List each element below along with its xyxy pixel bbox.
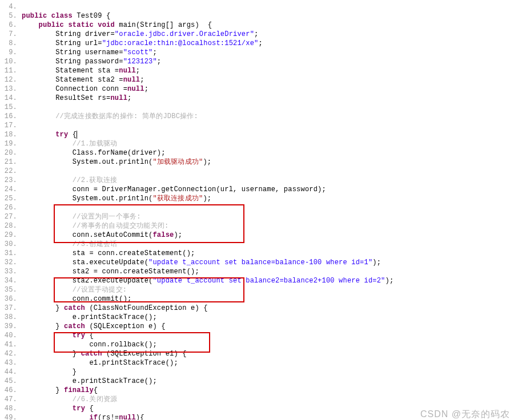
code-content: //设置手动提交: [22, 285, 518, 294]
code-line: 21. System.out.println("加载驱动成功"); [0, 158, 518, 167]
gutter-line-number: 29. [0, 231, 22, 240]
gutter-line-number: 13. [0, 84, 22, 94]
code-content: } [22, 368, 518, 377]
code-line: 28. //将事务的自动提交功能关闭: [0, 221, 518, 231]
code-line: 37. } catch (ClassNotFoundException e) { [0, 304, 518, 313]
gutter-line-number: 35. [0, 285, 22, 294]
gutter-line-number: 43. [0, 358, 22, 368]
code-line: 11. Statement sta =null; [0, 66, 518, 75]
gutter-line-number: 49. [0, 413, 22, 420]
code-line: 17. [0, 121, 518, 130]
code-content: //2.获取连接 [22, 176, 518, 185]
code-content: conn = DriverManager.getConnection(url, … [22, 185, 518, 194]
code-line: 39. } catch (SQLException e) { [0, 322, 518, 331]
code-line: 13. Connection conn =null; [0, 84, 518, 94]
gutter-line-number: 25. [0, 194, 22, 203]
gutter-line-number: 38. [0, 313, 22, 322]
code-line: 5.public class Test09 { [0, 11, 518, 21]
code-content: sta2 = conn.createStatement(); [22, 267, 518, 276]
code-line: 8. String url="jdbc:oracle:thin:@localho… [0, 39, 518, 48]
code-line: 40. try { [0, 331, 518, 340]
code-content: sta.executeUpdate("update t_account set … [22, 258, 518, 267]
gutter-line-number: 10. [0, 57, 22, 66]
gutter-line-number: 39. [0, 322, 22, 331]
code-line: 33. sta2 = conn.createStatement(); [0, 267, 518, 276]
gutter-line-number: 36. [0, 294, 22, 304]
code-content: } catch (SQLException e1) { [22, 349, 518, 358]
code-line: 14. ResultSet rs=null; [0, 94, 518, 103]
code-content: public static void main(String[] args) { [22, 21, 518, 30]
code-line: 25. System.out.println("获取连接成功"); [0, 194, 518, 203]
code-line: 32. sta.executeUpdate("update t_account … [0, 258, 518, 267]
gutter-line-number: 6. [0, 21, 22, 30]
gutter-line-number: 14. [0, 94, 22, 103]
gutter-line-number: 48. [0, 404, 22, 413]
code-line: 10. String password="123123"; [0, 57, 518, 66]
code-content: e.printStackTrace(); [22, 313, 518, 322]
code-content: ResultSet rs=null; [22, 94, 518, 103]
code-line: 15. [0, 103, 518, 112]
gutter-line-number: 31. [0, 249, 22, 258]
code-line: 36. conn.commit(); [0, 294, 518, 304]
code-line: 38. e.printStackTrace(); [0, 313, 518, 322]
gutter-line-number: 15. [0, 103, 22, 112]
gutter-line-number: 4. [0, 2, 22, 11]
code-content: } finally{ [22, 386, 518, 395]
gutter-line-number: 22. [0, 167, 22, 176]
code-line: 48. try { [0, 404, 518, 413]
code-content: public class Test09 { [22, 11, 518, 21]
code-line: 35. //设置手动提交: [0, 285, 518, 294]
code-content: //将事务的自动提交功能关闭: [22, 221, 518, 231]
code-line: 41. conn.rollback(); [0, 340, 518, 349]
code-line: 49. if(rs!=null){ [0, 413, 518, 420]
code-content: Statement sta =null; [22, 66, 518, 75]
gutter-line-number: 12. [0, 75, 22, 84]
code-line: 6. public static void main(String[] args… [0, 21, 518, 30]
code-line: 47. //6.关闭资源 [0, 395, 518, 404]
gutter-line-number: 7. [0, 30, 22, 39]
code-line: 45. e.printStackTrace(); [0, 377, 518, 386]
gutter-line-number: 47. [0, 395, 22, 404]
code-content: if(rs!=null){ [22, 413, 518, 420]
gutter-line-number: 18. [0, 130, 22, 139]
code-line: 19. //1.加载驱动 [0, 139, 518, 148]
code-content: conn.setAutoCommit(false); [22, 231, 518, 240]
gutter-line-number: 45. [0, 377, 22, 386]
code-line: 22. [0, 167, 518, 176]
gutter-line-number: 26. [0, 203, 22, 212]
gutter-line-number: 19. [0, 139, 22, 148]
code-line: 29. conn.setAutoCommit(false); [0, 231, 518, 240]
gutter-line-number: 32. [0, 258, 22, 267]
code-line: 34. sta2.executeUpdate("update t_account… [0, 276, 518, 285]
code-line: 31. sta = conn.createStatement(); [0, 249, 518, 258]
code-content: e1.printStackTrace(); [22, 358, 518, 368]
code-content: } catch (ClassNotFoundException e) { [22, 304, 518, 313]
gutter-line-number: 23. [0, 176, 22, 185]
code-content: sta = conn.createStatement(); [22, 249, 518, 258]
code-line: 24. conn = DriverManager.getConnection(u… [0, 185, 518, 194]
gutter-line-number: 34. [0, 276, 22, 285]
code-line: 30. //3.创建会话 [0, 240, 518, 249]
code-content: Connection conn =null; [22, 84, 518, 94]
code-content: String username="scott"; [22, 48, 518, 57]
code-content: System.out.println("加载驱动成功"); [22, 158, 518, 167]
code-line: 4. [0, 2, 518, 11]
code-content: conn.rollback(); [22, 340, 518, 349]
code-content: conn.commit(); [22, 294, 518, 304]
code-line: 27. //设置为同一个事务: [0, 212, 518, 221]
code-content: String driver="oracle.jdbc.driver.Oracle… [22, 30, 518, 39]
code-content: try { [22, 130, 518, 139]
code-content: //完成连接数据库的操作: 简单的JDBC操作: [22, 112, 518, 121]
gutter-line-number: 5. [0, 11, 22, 21]
code-line: 9. String username="scott"; [0, 48, 518, 57]
gutter-line-number: 27. [0, 212, 22, 221]
gutter-line-number: 8. [0, 39, 22, 48]
code-content: } catch (SQLException e) { [22, 322, 518, 331]
code-content: try { [22, 404, 518, 413]
gutter-line-number: 44. [0, 368, 22, 377]
gutter-line-number: 11. [0, 66, 22, 75]
gutter-line-number: 41. [0, 340, 22, 349]
gutter-line-number: 24. [0, 185, 22, 194]
gutter-line-number: 16. [0, 112, 22, 121]
code-line: 18. try { [0, 130, 518, 139]
